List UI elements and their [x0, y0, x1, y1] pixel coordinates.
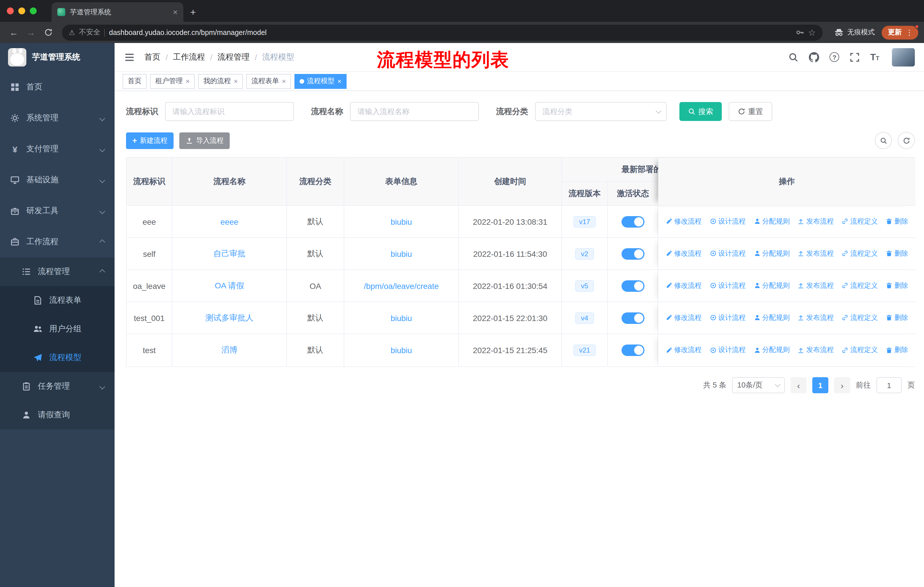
edit-process-link[interactable]: 修改流程: [666, 217, 702, 227]
close-icon[interactable]: ×: [282, 77, 286, 85]
process-definition-link[interactable]: 流程定义: [842, 313, 878, 323]
sidebar-item-system[interactable]: 系统管理: [0, 103, 115, 134]
reload-button[interactable]: [40, 24, 56, 40]
active-toggle[interactable]: [621, 216, 644, 227]
assign-rule-link[interactable]: 分配规则: [754, 346, 790, 355]
reset-button[interactable]: 重置: [729, 102, 772, 121]
active-toggle[interactable]: [621, 280, 644, 291]
sidebar-item-workflow[interactable]: 工作流程: [0, 227, 115, 257]
sidebar-item-process-form[interactable]: 流程表单: [0, 286, 115, 315]
import-process-button[interactable]: 导入流程: [179, 132, 230, 149]
next-page-button[interactable]: ›: [834, 377, 850, 393]
close-icon[interactable]: ×: [337, 77, 342, 85]
process-name-link[interactable]: OA 请假: [215, 281, 244, 290]
publish-process-link[interactable]: 发布流程: [798, 346, 834, 355]
design-process-link[interactable]: 设计流程: [710, 313, 746, 323]
active-toggle[interactable]: [621, 344, 644, 356]
delete-link[interactable]: 删除: [886, 346, 908, 355]
sidebar-toggle-icon[interactable]: [124, 51, 135, 63]
edit-process-link[interactable]: 修改流程: [666, 313, 702, 323]
assign-rule-link[interactable]: 分配规则: [754, 217, 790, 227]
sidebar-item-task-mgmt[interactable]: 任务管理: [0, 372, 115, 401]
sidebar-item-infrastructure[interactable]: 基础设施: [0, 165, 115, 195]
refresh-table-button[interactable]: [898, 132, 915, 149]
current-page-button[interactable]: 1: [812, 377, 828, 393]
tag-process-form[interactable]: 流程表单 ×: [246, 74, 291, 89]
close-window-button[interactable]: [7, 7, 14, 14]
form-info-link[interactable]: /bpm/oa/leave/create: [364, 281, 439, 290]
search-icon[interactable]: [788, 52, 799, 62]
form-info-link[interactable]: biubiu: [391, 346, 412, 355]
sidebar-item-home[interactable]: 首页: [0, 72, 115, 103]
font-size-icon[interactable]: TT: [870, 52, 879, 62]
design-process-link[interactable]: 设计流程: [710, 217, 746, 227]
tag-my-process[interactable]: 我的流程 ×: [198, 74, 243, 89]
form-info-link[interactable]: biubiu: [391, 217, 412, 226]
toggle-search-button[interactable]: [875, 132, 892, 149]
browser-update-button[interactable]: 更新 ⋮: [882, 25, 918, 39]
tab-close-icon[interactable]: ×: [173, 7, 178, 17]
version-badge[interactable]: v17: [573, 216, 596, 227]
process-definition-link[interactable]: 流程定义: [842, 217, 878, 227]
user-avatar[interactable]: [892, 48, 915, 66]
design-process-link[interactable]: 设计流程: [710, 249, 746, 258]
process-id-input[interactable]: [165, 102, 294, 121]
process-name-link[interactable]: 自己审批: [213, 248, 246, 258]
process-name-input[interactable]: [350, 102, 479, 121]
sidebar-item-process-model[interactable]: 流程模型: [0, 343, 115, 372]
sidebar-item-payment[interactable]: ¥ 支付管理: [0, 134, 115, 165]
security-warning-icon[interactable]: ⚠: [69, 28, 75, 36]
tag-process-model[interactable]: 流程模型 ×: [294, 74, 346, 89]
edit-process-link[interactable]: 修改流程: [666, 249, 702, 258]
process-category-select[interactable]: 流程分类: [535, 102, 667, 121]
search-button[interactable]: 搜索: [680, 102, 722, 121]
create-process-button[interactable]: + 新建流程: [126, 132, 173, 149]
bookmark-star-icon[interactable]: ☆: [808, 27, 816, 38]
github-icon[interactable]: [809, 52, 819, 62]
browser-tab[interactable]: 芋道管理系统 ×: [51, 2, 183, 22]
url-text[interactable]: dashboard.yudao.iocoder.cn/bpm/manager/m…: [109, 28, 267, 36]
delete-link[interactable]: 删除: [886, 249, 908, 258]
new-tab-button[interactable]: +: [190, 7, 196, 18]
fullscreen-icon[interactable]: [850, 52, 860, 62]
sidebar-item-user-group[interactable]: 用户分组: [0, 315, 115, 343]
goto-page-input[interactable]: [876, 377, 902, 393]
process-definition-link[interactable]: 流程定义: [842, 249, 878, 258]
active-toggle[interactable]: [621, 312, 644, 324]
process-name-link[interactable]: 测试多审批人: [205, 313, 254, 322]
delete-link[interactable]: 删除: [886, 281, 908, 291]
zoom-window-button[interactable]: [30, 7, 37, 14]
version-badge[interactable]: v21: [573, 344, 596, 356]
tag-home[interactable]: 首页: [122, 74, 147, 89]
password-key-icon[interactable]: [795, 28, 804, 37]
delete-link[interactable]: 删除: [886, 217, 908, 227]
sidebar-logo[interactable]: 芋道管理系统: [0, 43, 115, 72]
prev-page-button[interactable]: ‹: [790, 377, 807, 393]
assign-rule-link[interactable]: 分配规则: [754, 281, 790, 291]
process-definition-link[interactable]: 流程定义: [842, 281, 878, 291]
version-badge[interactable]: v2: [575, 248, 594, 260]
delete-link[interactable]: 删除: [886, 313, 908, 323]
form-info-link[interactable]: biubiu: [391, 313, 412, 322]
address-bar[interactable]: ⚠ 不安全 dashboard.yudao.iocoder.cn/bpm/man…: [62, 24, 823, 40]
form-info-link[interactable]: biubiu: [391, 249, 412, 258]
edit-process-link[interactable]: 修改流程: [666, 281, 702, 291]
publish-process-link[interactable]: 发布流程: [798, 249, 834, 258]
process-definition-link[interactable]: 流程定义: [842, 346, 878, 355]
sidebar-item-process-mgmt[interactable]: 流程管理: [0, 257, 115, 286]
tag-tenant-mgmt[interactable]: 租户管理 ×: [150, 74, 195, 89]
back-button[interactable]: ←: [6, 24, 22, 40]
page-size-select[interactable]: 10条/页: [732, 377, 785, 393]
sidebar-item-leave-query[interactable]: 请假查询: [0, 401, 115, 429]
breadcrumb-home[interactable]: 首页: [144, 52, 160, 62]
version-badge[interactable]: v5: [575, 280, 594, 291]
browser-menu-icon[interactable]: ⋮: [906, 28, 913, 37]
close-icon[interactable]: ×: [186, 77, 190, 85]
process-name-link[interactable]: eeee: [221, 217, 238, 226]
minimize-window-button[interactable]: [18, 7, 25, 14]
version-badge[interactable]: v4: [575, 312, 594, 324]
breadcrumb-workflow[interactable]: 工作流程: [173, 52, 205, 62]
breadcrumb-process-mgmt[interactable]: 流程管理: [218, 52, 250, 62]
forward-button[interactable]: →: [23, 24, 39, 40]
design-process-link[interactable]: 设计流程: [710, 346, 746, 355]
